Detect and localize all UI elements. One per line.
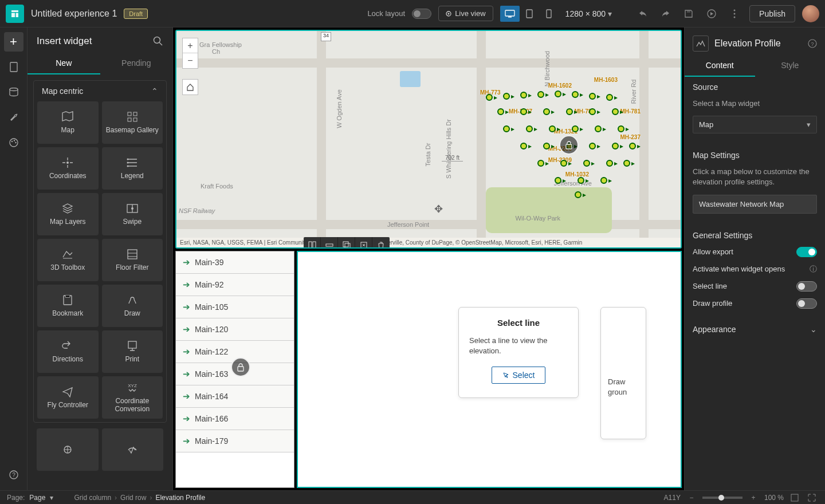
svg-rect-31	[128, 250, 137, 259]
help-link[interactable]: ?	[808, 39, 817, 48]
live-view-button[interactable]: Live view	[438, 6, 493, 21]
fit-button[interactable]	[788, 493, 801, 502]
widget-card-extra1[interactable]	[37, 428, 99, 471]
canvas-size-select[interactable]: 1280 × 800▾	[565, 9, 612, 18]
list-item[interactable]: ➔Main-105	[176, 296, 294, 318]
info-icon[interactable]: ⓘ	[810, 264, 817, 274]
manhole-node	[595, 125, 602, 132]
device-desktop[interactable]	[500, 6, 520, 22]
widget-card-print[interactable]: Print	[102, 330, 163, 373]
widget-card-3d-toolbox[interactable]: 3D Toolbox	[37, 239, 99, 281]
crumb-item[interactable]: Grid column	[74, 494, 111, 502]
select-line-label: Select line	[693, 282, 727, 290]
insert-widget-button[interactable]: +	[4, 32, 23, 52]
undo-button[interactable]	[635, 6, 651, 22]
label-ogden: W Ogden Ave	[336, 89, 343, 128]
widget-card-coordinates[interactable]: Coordinates	[37, 147, 99, 190]
select-line-toggle[interactable]	[796, 281, 817, 292]
manhole-node	[629, 143, 636, 149]
search-widgets-button[interactable]	[153, 36, 163, 46]
widget-section-header[interactable]: Map centric ⌃	[34, 81, 166, 101]
widget-card-draw[interactable]: Draw	[102, 285, 163, 327]
map-zoom-control[interactable]: + −	[182, 38, 198, 69]
fullscreen-button[interactable]	[806, 493, 818, 502]
svg-rect-4	[527, 10, 532, 18]
map-widget[interactable]: Gra Fellowship Ch W Ogden Ave Kraft Food…	[175, 30, 682, 249]
widget-card-basemap-gallery[interactable]: Basemap Gallery	[102, 101, 163, 144]
widget-card-fly-controller[interactable]: Fly Controller	[37, 376, 99, 419]
tab-style[interactable]: Style	[755, 55, 826, 77]
appearance-section[interactable]: Appearance⌄	[693, 325, 817, 334]
map-home-button[interactable]	[182, 79, 198, 95]
redo-button[interactable]	[658, 6, 674, 22]
list-item[interactable]: ➔Main-92	[176, 274, 294, 296]
device-phone[interactable]	[539, 6, 559, 22]
save-button[interactable]	[681, 6, 697, 22]
zoom-out-button[interactable]: −	[183, 53, 198, 68]
theme-panel-button[interactable]	[4, 133, 23, 152]
help-button[interactable]: ?	[4, 465, 23, 485]
user-avatar[interactable]	[802, 5, 819, 22]
tab-new[interactable]: New	[28, 53, 100, 74]
experience-title[interactable]: Untitled experience 1	[31, 9, 117, 19]
widget-card-directions[interactable]: Directions	[37, 330, 99, 373]
manhole-node	[606, 160, 613, 167]
widget-card-map[interactable]: Map	[37, 101, 99, 144]
align-center-button[interactable]	[321, 237, 338, 249]
list-item[interactable]: ➔Main-179	[176, 430, 294, 452]
map-widget-select[interactable]: Map▾	[693, 116, 817, 133]
widget-icon	[126, 156, 139, 169]
pending-button[interactable]	[355, 237, 372, 249]
widget-card-swipe[interactable]: Swipe	[102, 193, 163, 235]
draw-profile-toggle[interactable]	[796, 298, 817, 309]
chevron-down-icon[interactable]: ▾	[50, 494, 53, 502]
palette-icon	[9, 138, 18, 147]
zoom-in-button[interactable]: +	[747, 493, 760, 502]
svg-point-8	[734, 9, 736, 11]
list-item[interactable]: ➔Main-39	[176, 251, 294, 274]
widget-card-extra2[interactable]	[102, 428, 164, 471]
duplicate-button[interactable]	[338, 237, 355, 249]
widget-icon	[61, 340, 74, 352]
data-panel-button[interactable]	[4, 82, 23, 102]
manhole-node	[520, 92, 527, 99]
widget-card-floor-filter[interactable]: Floor Filter	[102, 239, 163, 281]
device-tablet[interactable]	[520, 6, 539, 22]
zoom-slider[interactable]	[702, 497, 742, 499]
widget-card-coordinate-conversion[interactable]: XYZCoordinate Conversion	[102, 376, 163, 419]
select-line-card: Select line Select a line to view the el…	[458, 307, 579, 398]
select-line-button[interactable]: Select	[492, 367, 546, 384]
a11y-button[interactable]: A11Y	[664, 494, 681, 502]
elevation-profile-widget[interactable]: Select line Select a line to view the el…	[297, 251, 682, 488]
lock-layout-toggle[interactable]	[412, 9, 431, 19]
align-left-button[interactable]	[304, 237, 321, 249]
selected-map-item[interactable]: Wastewater Network Map	[693, 195, 817, 214]
list-item[interactable]: ➔Main-120	[176, 318, 294, 341]
list-lock-badge	[231, 357, 250, 377]
tab-content[interactable]: Content	[685, 55, 755, 77]
list-item[interactable]: ➔Main-164	[176, 385, 294, 408]
feature-list-widget[interactable]: ➔Main-39➔Main-92➔Main-105➔Main-120➔Main-…	[175, 251, 294, 488]
page-panel-button[interactable]	[4, 57, 23, 77]
publish-button[interactable]: Publish	[749, 5, 795, 22]
crumb-item[interactable]: Grid row	[120, 494, 146, 502]
list-item[interactable]: ➔Main-166	[176, 408, 294, 430]
widget-card-legend[interactable]: Legend	[102, 147, 163, 190]
widget-card-bookmark[interactable]: Bookmark	[37, 285, 99, 327]
flow-arrow-icon: ▸	[580, 125, 583, 133]
utilities-panel-button[interactable]	[4, 108, 23, 127]
undo-icon	[638, 10, 648, 18]
page-value[interactable]: Page	[29, 494, 45, 502]
zoom-in-button[interactable]: +	[183, 38, 198, 53]
app-logo[interactable]	[6, 5, 24, 23]
chevron-up-icon: ⌃	[151, 86, 158, 96]
allow-export-toggle[interactable]	[796, 247, 817, 257]
flow-arrow-icon: ▸	[603, 125, 606, 133]
delete-button[interactable]	[372, 237, 390, 249]
crumb-item[interactable]: Elevation Profile	[155, 494, 205, 502]
widget-card-map-layers[interactable]: Map Layers	[37, 193, 99, 235]
zoom-out-button[interactable]: −	[685, 493, 698, 502]
preview-button[interactable]	[704, 6, 720, 22]
more-menu[interactable]	[726, 6, 742, 22]
tab-pending[interactable]: Pending	[100, 53, 173, 74]
